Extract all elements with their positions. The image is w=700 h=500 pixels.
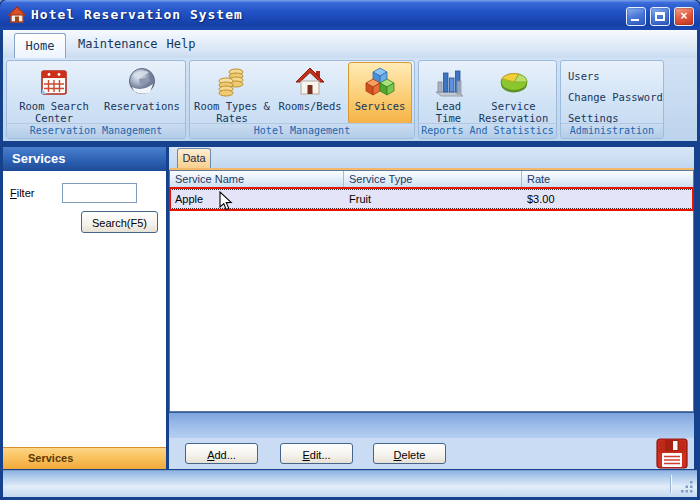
edit-button[interactable]: Edit... [280,443,353,464]
coins-icon [215,65,249,99]
add-button[interactable]: Add... [185,443,258,464]
statusbar-divider [670,475,671,493]
ribbon-group-reports-statistics: Lead Time Service Reservation Reports An… [418,60,557,139]
tab-data[interactable]: Data [177,148,211,168]
grid-header: Service Name Service Type Rate [170,171,693,189]
column-header-service-type[interactable]: Service Type [344,171,522,188]
sidebar: Services Filter Search(F5) Services [3,147,166,469]
tab-help[interactable]: Help [161,30,201,58]
tab-home[interactable]: Home [14,33,66,58]
ribbon-group-hotel-management: Room Types & Rates Rooms/Beds [189,60,415,139]
main-panel: Data Service Name Service Type Rate Appl… [169,147,694,469]
minimize-button[interactable] [626,7,646,26]
maximize-icon [655,12,665,21]
panel-divider-band [169,412,694,438]
calendar-icon [37,65,71,99]
room-types-rates-label: Room Types & Rates [193,100,271,124]
minimize-icon [631,19,639,21]
ribbon: Room Search Center Reservations Reservat… [3,58,697,144]
pie-chart-icon [497,65,531,99]
sidebar-footer-services[interactable]: Services [3,447,166,469]
close-button[interactable]: × [674,7,694,26]
group-label-reservation-management: Reservation Management [7,123,185,138]
maximize-button[interactable] [650,7,670,26]
bar-chart-icon [432,65,466,99]
sidebar-title: Services [3,147,166,171]
column-header-service-name[interactable]: Service Name [170,171,344,188]
rooms-beds-button[interactable]: Rooms/Beds [272,62,348,124]
cubes-icon [363,65,397,99]
window-title: Hotel Reservation System [31,7,243,22]
reservations-button[interactable]: Reservations [100,62,184,124]
column-header-rate[interactable]: Rate [522,171,693,188]
change-password-button[interactable]: Change Password [568,87,663,108]
group-label-administration: Administration [561,123,663,138]
globe-icon [125,65,159,99]
services-grid: Service Name Service Type Rate Apple Fru… [169,170,694,412]
ribbon-tab-row: Home Maintenance Help [3,30,697,58]
users-button[interactable]: Users [568,66,663,87]
rooms-beds-label: Rooms/Beds [278,100,341,112]
lead-time-button[interactable]: Lead Time [423,62,475,124]
room-search-center-button[interactable]: Room Search Center [8,62,100,124]
search-button[interactable]: Search(F5) [81,211,158,233]
close-icon: × [675,9,693,23]
service-reservation-label: Service Reservation [476,100,552,124]
resize-grip-icon[interactable] [679,479,695,495]
house-icon [293,65,327,99]
ribbon-group-administration: Users Change Password Settings Administr… [560,60,664,139]
app-window: Hotel Reservation System × Home Maintena… [0,0,700,500]
room-search-center-label: Room Search Center [9,100,99,124]
services-label: Services [355,100,406,112]
home-icon [8,6,26,24]
sidebar-body: Filter Search(F5) [3,171,166,447]
cell-service-type: Fruit [344,190,522,208]
ribbon-group-reservation-management: Room Search Center Reservations Reservat… [6,60,186,139]
reservations-label: Reservations [104,100,180,112]
save-icon[interactable] [656,438,688,469]
service-reservation-button[interactable]: Service Reservation [475,62,553,124]
cell-rate: $3.00 [522,190,693,208]
status-bar [3,470,697,497]
cell-service-name: Apple [170,190,344,208]
room-types-rates-button[interactable]: Room Types & Rates [192,62,272,124]
services-button[interactable]: Services [348,62,412,124]
group-label-hotel-management: Hotel Management [190,123,414,138]
tab-maintenance[interactable]: Maintenance [78,30,150,58]
lead-time-label: Lead Time [424,100,474,124]
table-row[interactable]: Apple Fruit $3.00 [170,189,693,209]
action-button-bar: Add... Edit... Delete [169,438,694,469]
title-bar: Hotel Reservation System × [0,0,700,30]
data-tabstrip: Data [169,147,694,168]
group-label-reports-statistics: Reports And Statistics [419,123,556,138]
filter-input[interactable] [62,183,137,203]
filter-label: Filter [10,187,34,199]
delete-button[interactable]: Delete [373,443,446,464]
